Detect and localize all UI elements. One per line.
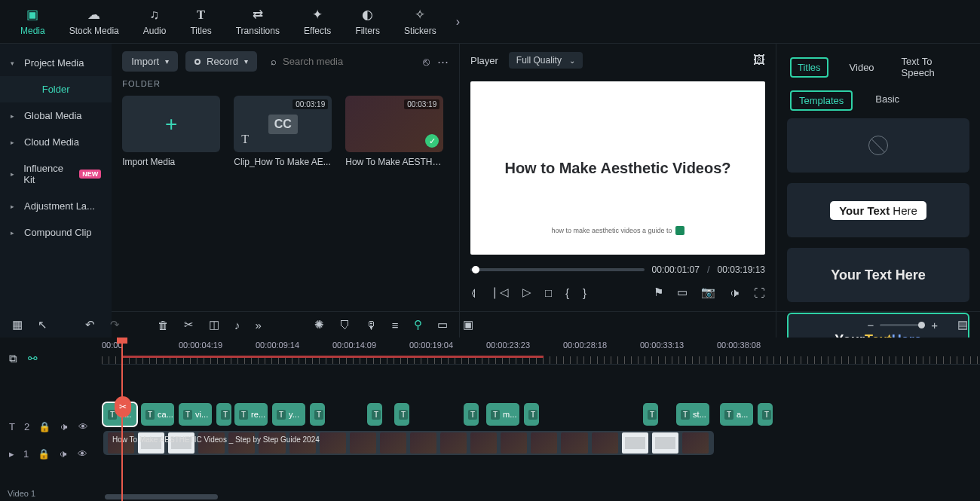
title-clip[interactable]: T: [310, 403, 325, 426]
sparkle-icon[interactable]: ✺: [314, 318, 324, 331]
title-clip[interactable]: T: [216, 403, 231, 426]
list-icon[interactable]: ≡: [392, 319, 399, 331]
scrub-handle[interactable]: [472, 266, 479, 273]
title-clip[interactable]: T: [367, 403, 382, 426]
pointer-icon[interactable]: ↖: [38, 318, 47, 331]
scrub-bar[interactable]: [470, 268, 645, 271]
zoom-in-icon[interactable]: +: [931, 319, 938, 331]
time-ruler[interactable]: 00:0000:00:04:1900:00:09:1400:00:14:0900…: [102, 338, 980, 365]
screen-icon[interactable]: ▭: [437, 318, 448, 331]
shield-icon[interactable]: ⛉: [339, 319, 351, 331]
lock-icon[interactable]: 🔒: [38, 448, 50, 460]
tab-audio[interactable]: ♫ Audio: [134, 5, 176, 39]
sidebar-adjustment-layer[interactable]: ▸Adjustment La...: [0, 193, 112, 219]
layout-icon[interactable]: ▤: [957, 318, 968, 331]
display-icon[interactable]: ▭: [677, 286, 688, 299]
frame-icon[interactable]: ▣: [463, 318, 473, 331]
volume-icon[interactable]: 🕩: [729, 286, 740, 299]
title-clip[interactable]: T: [643, 403, 658, 426]
title-clip[interactable]: Tst...: [676, 403, 709, 426]
work-area[interactable]: [121, 356, 544, 358]
media-clip-tile[interactable]: 00:03:19 CC T Clip_How To Make AE...: [234, 96, 332, 167]
audio-icon[interactable]: ♪: [234, 319, 240, 331]
title-clip[interactable]: Tca...: [141, 403, 174, 426]
split-icon[interactable]: ✂: [184, 318, 194, 331]
title-clip[interactable]: T: [524, 403, 539, 426]
tab-transitions[interactable]: ⇄ Transitions: [227, 5, 289, 39]
snapshot-icon[interactable]: 🖼: [753, 53, 765, 67]
video-track[interactable]: How To Make AESTHETIC Videos _ Step by S…: [102, 429, 980, 458]
title-clip[interactable]: Tm...: [486, 403, 519, 426]
cut-handle[interactable]: ✂: [115, 396, 131, 417]
import-media-tile[interactable]: + Import Media: [122, 96, 220, 167]
track-header-video[interactable]: ▸ 1 🔒 🕩 👁: [0, 440, 102, 467]
tab-effects[interactable]: ✦ Effects: [295, 5, 340, 39]
lock-icon[interactable]: 🔒: [38, 421, 51, 432]
title-clip[interactable]: Tvi...: [179, 403, 212, 426]
sidebar-compound-clip[interactable]: ▸Compound Clip: [0, 219, 112, 246]
playhead[interactable]: [121, 338, 123, 501]
tab-stickers[interactable]: ✧ Stickers: [395, 5, 446, 39]
tab-filters[interactable]: ◐ Filters: [346, 5, 389, 39]
quality-select[interactable]: Full Quality⌄: [509, 52, 583, 69]
inspector-tab-video[interactable]: Video: [844, 59, 880, 76]
filter-icon[interactable]: ⎋: [423, 55, 430, 68]
fullscreen-icon[interactable]: ⛶: [754, 286, 765, 299]
zoom-slider[interactable]: [880, 324, 925, 326]
import-button[interactable]: Import▾: [122, 51, 178, 72]
tab-media[interactable]: ▣ Media: [11, 5, 54, 39]
more-tools-icon[interactable]: »: [256, 319, 262, 331]
template-none[interactable]: [787, 118, 969, 173]
mark-in-icon[interactable]: {: [565, 286, 569, 299]
sidebar-cloud-media[interactable]: ▸Cloud Media: [0, 129, 112, 155]
player-canvas[interactable]: How to Make Aesthetic Videos? how to mak…: [470, 81, 765, 255]
record-button[interactable]: Record▾: [185, 51, 257, 72]
title-clip[interactable]: T: [394, 403, 409, 426]
inspector-tab-tts[interactable]: Text To Speech: [896, 53, 966, 81]
stop-icon[interactable]: □: [545, 286, 552, 299]
eye-icon[interactable]: 👁: [78, 421, 88, 432]
tabs-more-icon[interactable]: ›: [456, 15, 460, 29]
template-pill[interactable]: Your Text Here: [787, 183, 969, 237]
zoom-handle[interactable]: [918, 322, 925, 328]
title-clip[interactable]: Ty...: [272, 403, 305, 426]
mute-icon[interactable]: 🕩: [59, 448, 69, 460]
title-clip[interactable]: T: [464, 403, 479, 426]
sidebar-influence-kit[interactable]: ▸Influence KitNEW: [0, 155, 112, 193]
template-plain[interactable]: Your Text Here: [787, 248, 969, 302]
title-clip[interactable]: Ta...: [720, 403, 753, 426]
crop-icon[interactable]: ◫: [209, 318, 219, 331]
timeline-tracks[interactable]: 00:0000:00:04:1900:00:09:1400:00:14:0900…: [102, 338, 980, 501]
grid-icon[interactable]: ▦: [12, 318, 23, 331]
mute-icon[interactable]: 🕩: [60, 421, 69, 432]
subtab-templates[interactable]: Templates: [790, 90, 853, 111]
search-input[interactable]: [283, 56, 409, 67]
eye-icon[interactable]: 👁: [78, 448, 87, 460]
sidebar-folder[interactable]: Folder: [0, 76, 112, 102]
undo-icon[interactable]: ↶: [85, 318, 95, 331]
mic-icon[interactable]: 🎙: [366, 319, 377, 331]
title-track[interactable]: Th...Tca...Tvi...TTre...Ty...TTTTTm...TT…: [102, 401, 980, 428]
mark-out-icon[interactable]: }: [583, 286, 586, 299]
prev-frame-icon[interactable]: ⦉: [470, 286, 476, 299]
link-icon[interactable]: ⚯: [28, 352, 38, 365]
tab-stock-media[interactable]: ☁ Stock Media: [60, 5, 128, 39]
media-video-tile[interactable]: 00:03:19 ✓ How To Make AESTHE...: [345, 96, 443, 167]
duplicate-icon[interactable]: ⧉: [9, 352, 17, 365]
redo-icon[interactable]: ↷: [110, 318, 120, 331]
step-back-icon[interactable]: ❘◁: [490, 286, 509, 299]
zoom-out-icon[interactable]: −: [867, 319, 874, 331]
inspector-tab-titles[interactable]: Titles: [790, 57, 828, 78]
more-icon[interactable]: ⋯: [437, 55, 449, 69]
marker-icon[interactable]: ⚑: [654, 286, 663, 299]
camera-icon[interactable]: 📷: [701, 286, 715, 299]
title-clip[interactable]: Tre...: [234, 403, 268, 426]
track-header-titles[interactable]: T 2 🔒 🕩 👁: [0, 413, 102, 440]
delete-icon[interactable]: 🗑: [158, 319, 169, 331]
magnet-icon[interactable]: ⚲: [414, 318, 422, 331]
title-clip[interactable]: T: [758, 403, 773, 426]
play-icon[interactable]: ▷: [522, 286, 531, 299]
tab-titles[interactable]: T Titles: [181, 5, 220, 39]
sidebar-global-media[interactable]: ▸Global Media: [0, 102, 112, 129]
subtab-basic[interactable]: Basic: [868, 90, 907, 111]
